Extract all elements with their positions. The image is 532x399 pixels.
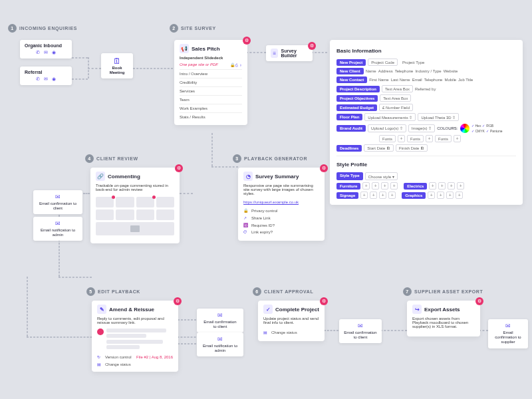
upload-measurements[interactable]: Upload Measurements ⇧ bbox=[364, 113, 416, 121]
link-icon: 🔗 bbox=[96, 172, 105, 181]
pitch-sub: Independent Slidedeck bbox=[174, 56, 247, 63]
style-title: Style Profile bbox=[336, 159, 516, 170]
organic-inbound-card[interactable]: Organic Inbound ✆✉◉ bbox=[20, 40, 72, 59]
step-1-header: 1 INCOMING ENQUIRIES bbox=[8, 24, 77, 33]
email-admin-4: ✉ Email notification to admin bbox=[33, 217, 82, 241]
gear-icon[interactable]: ⚙ bbox=[175, 164, 183, 172]
step-6-label: CLIENT APPROVAL bbox=[264, 289, 313, 294]
new-contact-button[interactable]: New Contact bbox=[336, 76, 367, 83]
pitch-title: Sales Pitch bbox=[192, 46, 220, 52]
obj-textarea[interactable]: Text Area Box bbox=[380, 94, 411, 102]
step-2-header: 2 SITE SURVEY bbox=[170, 24, 216, 33]
amend-title: Amend & Reissue bbox=[109, 307, 154, 313]
complete-card[interactable]: ⚙ ✓Complete Project Update project statu… bbox=[258, 301, 325, 341]
summary-url[interactable]: https://uniqueurl.example.co.uk bbox=[243, 200, 299, 204]
export-desc: Export chosen assets from Playback moodb… bbox=[407, 317, 480, 331]
step-4-header: 4 CLIENT REVIEW bbox=[85, 154, 138, 163]
color-wheel-icon[interactable] bbox=[460, 124, 469, 133]
email-client-4: ✉ Email confirmation to client bbox=[33, 190, 82, 214]
step-badge-1: 1 bbox=[8, 24, 17, 33]
budget-button[interactable]: Estimated Budget bbox=[336, 104, 377, 111]
referral-card[interactable]: Referral ✆✉◉ bbox=[20, 66, 72, 85]
comment-title: Commenting bbox=[108, 174, 140, 180]
furniture-button[interactable]: Furniture bbox=[336, 183, 360, 190]
project-code-field[interactable]: Project Code bbox=[368, 59, 398, 66]
export-icon: ↪ bbox=[412, 305, 422, 314]
step-badge-3: 3 bbox=[233, 154, 241, 163]
comment-mock bbox=[90, 194, 180, 238]
upload-logo[interactable]: Upload Logo(s) ⇧ bbox=[368, 124, 406, 132]
gear-icon[interactable]: ⚙ bbox=[308, 42, 316, 50]
book-meeting-label: Book Meeting bbox=[106, 66, 128, 75]
choose-style[interactable]: Choose style ▾ bbox=[365, 172, 398, 180]
step-badge-4: 4 bbox=[85, 154, 94, 163]
floor-plan-button[interactable]: Floor Plan bbox=[336, 114, 362, 120]
contact-icons: ✆✉◉ bbox=[25, 50, 67, 55]
lock-icon: 🔒 bbox=[243, 208, 249, 213]
list-icon: ≡ bbox=[271, 49, 278, 58]
step-badge-5: 5 bbox=[86, 287, 95, 296]
commenting-card[interactable]: ⚙ 🔗Commenting Trackable on-page commenti… bbox=[90, 168, 180, 243]
new-client-button[interactable]: New Client bbox=[336, 68, 364, 74]
survey-builder-card[interactable]: ⚙ ≡ Survey Builder bbox=[266, 45, 313, 61]
summary-title: Survey Summary bbox=[255, 174, 299, 180]
phone-icon: ✆ bbox=[36, 50, 40, 55]
refresh-icon: ↻ bbox=[97, 354, 102, 359]
new-project-button[interactable]: New Project bbox=[336, 59, 366, 66]
basic-title: Basic Information bbox=[336, 45, 516, 57]
pencil-icon: ✎ bbox=[97, 305, 106, 314]
contact-icons-2: ✆✉◉ bbox=[25, 76, 67, 82]
brand-audit-button[interactable]: Brand Audit bbox=[336, 125, 366, 132]
upload-theta[interactable]: Upload Theta 3D ⇧ bbox=[418, 113, 459, 121]
mail-icon: ✉ bbox=[44, 76, 48, 82]
step-badge-6: 6 bbox=[253, 287, 261, 296]
mail-icon: ✉ bbox=[493, 323, 523, 329]
mail-icon: ✉ bbox=[44, 50, 48, 55]
email-admin-5: ✉ Email notification to admin bbox=[197, 332, 243, 356]
complete-title: Complete Project bbox=[275, 307, 319, 313]
email-supplier: ✉ Email confirmation to supplier bbox=[488, 319, 528, 348]
start-date[interactable]: Start Date 🗓 bbox=[364, 144, 394, 152]
id-icon: 🆔 bbox=[243, 223, 249, 227]
survey-summary-card[interactable]: ⚙ ◔Survey Summary Responsive one page si… bbox=[238, 168, 325, 241]
globe-icon: ◉ bbox=[52, 76, 56, 82]
sales-pitch-card[interactable]: ⚙ 📢Sales Pitch Independent Slidedeck One… bbox=[174, 40, 247, 125]
electrics-button[interactable]: Electrics bbox=[404, 183, 427, 190]
summary-desc: Responsive one page site summarising sit… bbox=[238, 184, 325, 198]
step-4-label: CLIENT REVIEW bbox=[96, 156, 138, 161]
graphics-button[interactable]: Graphics bbox=[402, 192, 426, 199]
status-icon: ▤ bbox=[263, 330, 269, 334]
email-client-6: ✉ Email confirmation to client bbox=[339, 319, 382, 343]
book-meeting-card[interactable]: 🗓 Book Meeting bbox=[101, 53, 133, 78]
step-5-label: EDIT PLAYBACK bbox=[98, 289, 140, 294]
deadlines-button[interactable]: Deadlines bbox=[336, 145, 362, 152]
gear-icon[interactable]: ⚙ bbox=[174, 297, 182, 305]
budget-field[interactable]: £ Number Field bbox=[379, 104, 413, 111]
step-2-label: SITE SURVEY bbox=[181, 26, 216, 31]
style-type-button[interactable]: Style Type bbox=[336, 172, 363, 180]
project-obj-button[interactable]: Project Objectives bbox=[336, 95, 378, 102]
export-card[interactable]: ⚙ ↪Export Assets Export chosen assets fr… bbox=[407, 301, 480, 336]
chart-icon: ◔ bbox=[243, 172, 253, 181]
gear-icon[interactable]: ⚙ bbox=[320, 164, 328, 172]
gear-icon[interactable]: ⚙ bbox=[475, 297, 483, 305]
finish-date[interactable]: Finish Date 🗓 bbox=[396, 144, 428, 152]
images-field[interactable]: Image(s) ⇧ bbox=[408, 124, 435, 132]
signage-button[interactable]: Signage bbox=[336, 192, 358, 199]
step-6-header: 6 CLIENT APPROVAL bbox=[253, 287, 313, 296]
basic-info-panel: Basic Information New Project Project Co… bbox=[330, 40, 523, 205]
project-desc-button[interactable]: Project Description bbox=[336, 86, 380, 92]
desc-textarea[interactable]: Text Area Box bbox=[382, 85, 413, 92]
amend-card[interactable]: ⚙ ✎Amend & Reissue Reply to comments, ed… bbox=[92, 301, 178, 372]
clock-icon: ⏱ bbox=[243, 230, 249, 234]
gear-icon[interactable]: ⚙ bbox=[320, 297, 328, 305]
megaphone-icon: 📢 bbox=[180, 44, 189, 53]
mail-icon: ✉ bbox=[344, 323, 377, 329]
step-3-header: 3 PLAYBACK GENERATOR bbox=[233, 154, 307, 163]
organic-label: Organic Inbound bbox=[25, 43, 67, 48]
export-title: Export Assets bbox=[424, 307, 460, 313]
gear-icon[interactable]: ⚙ bbox=[243, 37, 251, 45]
share-icon: ↗ bbox=[243, 215, 249, 220]
step-badge-2: 2 bbox=[170, 24, 178, 33]
email-client-5: ✉ Email confirmation to client bbox=[197, 309, 243, 332]
